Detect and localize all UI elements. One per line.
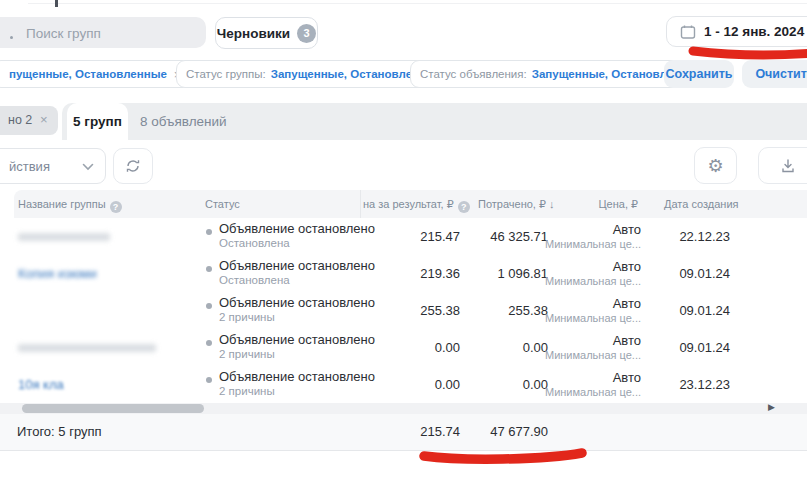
group-name-redacted <box>18 344 156 352</box>
table-row: Объявление остановлено Остановлена 215.4… <box>14 218 807 256</box>
status-subtext: Остановлена <box>219 274 375 286</box>
cost-per-result-value: 219.36 <box>370 266 460 281</box>
chevron-down-icon <box>82 163 94 171</box>
tab-groups[interactable]: 5 групп <box>67 103 128 140</box>
clear-filters-button[interactable]: Очистить <box>742 60 807 88</box>
status-cell: Объявление остановлено Остановлена <box>205 221 375 249</box>
status-cell: Объявление остановлено 2 причины <box>205 332 375 360</box>
horizontal-scrollbar-thumb[interactable] <box>22 404 204 413</box>
price-mode: Авто <box>521 259 641 274</box>
cost-per-result-value: 0.00 <box>370 340 460 355</box>
price-cell: Авто Минимальная це... <box>521 222 641 250</box>
status-text: Объявление остановлено <box>219 221 375 236</box>
table-row: Объявление остановлено 2 причины 255.38 … <box>14 292 807 330</box>
price-cell: Авто Минимальная це... <box>521 259 641 287</box>
date-range-picker[interactable]: 1 - 12 янв. 2024 <box>666 16 807 47</box>
group-name-cell <box>18 292 198 329</box>
price-strategy: Минимальная це... <box>521 275 641 287</box>
filter-chip-value: пущенные, Остановленные <box>9 68 167 80</box>
status-dot-icon <box>206 229 212 235</box>
filter-chip-label: Статус объявления: <box>420 68 527 80</box>
gear-icon: ⚙ <box>707 155 723 176</box>
status-dot-icon <box>206 303 212 309</box>
refresh-button[interactable] <box>113 148 153 184</box>
created-date: 22.12.23 <box>650 229 730 244</box>
top-divider <box>28 3 807 4</box>
table-row: Объявление остановлено 2 причины 0.00 0.… <box>14 329 807 367</box>
selected-items-label: но 2 <box>8 113 32 127</box>
table-settings-button[interactable]: ⚙ <box>694 147 737 184</box>
cost-per-result-value: 0.00 <box>370 377 460 392</box>
download-icon <box>780 158 796 174</box>
status-subtext: 2 причины <box>219 385 375 397</box>
totals-spent: 47 677.90 <box>448 424 548 439</box>
group-name-link[interactable]: Копия изюми <box>18 266 97 281</box>
column-header-status[interactable]: Статус <box>205 190 240 218</box>
created-date: 23.12.23 <box>650 377 730 392</box>
status-dot-icon <box>206 377 212 383</box>
tab-ads[interactable]: 8 объявлений <box>140 103 227 140</box>
drafts-button[interactable]: Черновики 3 <box>215 17 318 49</box>
drafts-count-badge: 3 <box>297 24 316 43</box>
group-search-field[interactable] <box>0 17 206 48</box>
status-subtext: 2 причины <box>219 348 375 360</box>
sort-desc-icon <box>546 198 555 210</box>
search-input[interactable] <box>24 17 198 50</box>
table-row: Копия изюми Объявление остановлено Остан… <box>14 255 807 293</box>
filter-chip-campaign-status[interactable]: пущенные, Остановленные <box>0 60 191 88</box>
cropped-ui-fragment <box>55 0 58 7</box>
status-subtext: 2 причины <box>219 311 375 323</box>
column-header-cost-per-result[interactable]: на за результат, ₽ <box>363 190 470 218</box>
price-cell: Авто Минимальная це... <box>521 333 641 361</box>
group-name-link[interactable]: 10я кла <box>18 377 64 392</box>
created-date: 09.01.24 <box>650 303 730 318</box>
selected-items-chip[interactable]: но 2 <box>0 106 58 135</box>
status-dot-icon <box>206 266 212 272</box>
status-subtext: Остановлена <box>219 237 375 249</box>
help-icon[interactable] <box>110 201 122 213</box>
refresh-icon <box>125 158 141 174</box>
save-filters-button[interactable]: Сохранить <box>664 60 734 88</box>
red-underline-date <box>693 51 807 55</box>
status-text: Объявление остановлено <box>219 295 375 310</box>
actions-dropdown-label: йствия <box>9 159 50 174</box>
drafts-label: Черновики <box>217 26 290 41</box>
close-icon[interactable] <box>40 113 48 126</box>
status-cell: Объявление остановлено 2 причины <box>205 369 375 397</box>
created-date: 09.01.24 <box>650 266 730 281</box>
search-icon <box>10 36 13 39</box>
totals-label: Итого: 5 групп <box>17 424 102 439</box>
export-button[interactable] <box>758 147 807 184</box>
ads-manager-screen: Черновики 3 1 - 12 янв. 2024 пущенные, О… <box>0 0 807 487</box>
price-strategy: Минимальная це... <box>521 386 641 398</box>
cost-per-result-value: 255.38 <box>370 303 460 318</box>
actions-dropdown[interactable]: йствия <box>0 148 106 184</box>
price-cell: Авто Минимальная це... <box>521 296 641 324</box>
status-text: Объявление остановлено <box>219 258 375 273</box>
column-header-name[interactable]: Название группы <box>18 190 122 218</box>
red-underline-totals <box>424 453 582 459</box>
table-row: 10я кла Объявление остановлено 2 причины… <box>14 366 807 404</box>
status-text: Объявление остановлено <box>219 369 375 384</box>
price-mode: Авто <box>521 333 641 348</box>
group-name-cell: Копия изюми <box>18 255 198 292</box>
column-header-spent[interactable]: Потрачено, ₽ <box>478 190 555 218</box>
totals-cost-per-result: 215.74 <box>370 424 460 439</box>
price-strategy: Минимальная це... <box>521 312 641 324</box>
help-icon[interactable] <box>458 201 470 213</box>
group-name-cell <box>18 329 198 366</box>
price-cell: Авто Минимальная це... <box>521 370 641 398</box>
group-name-cell <box>18 218 198 255</box>
group-name-redacted <box>18 233 110 241</box>
status-cell: Объявление остановлено Остановлена <box>205 258 375 286</box>
column-header-created[interactable]: Дата создания <box>664 190 739 218</box>
scroll-right-icon[interactable] <box>768 402 775 412</box>
cost-per-result-value: 215.47 <box>370 229 460 244</box>
created-date: 09.01.24 <box>650 340 730 355</box>
table-header: Название группы Статус на за результат, … <box>14 190 807 218</box>
calendar-icon <box>680 24 696 40</box>
status-dot-icon <box>206 340 212 346</box>
price-mode: Авто <box>521 370 641 385</box>
column-header-price[interactable]: Цена, ₽ <box>598 190 638 218</box>
filter-chip-label: Статус группы: <box>186 68 266 80</box>
